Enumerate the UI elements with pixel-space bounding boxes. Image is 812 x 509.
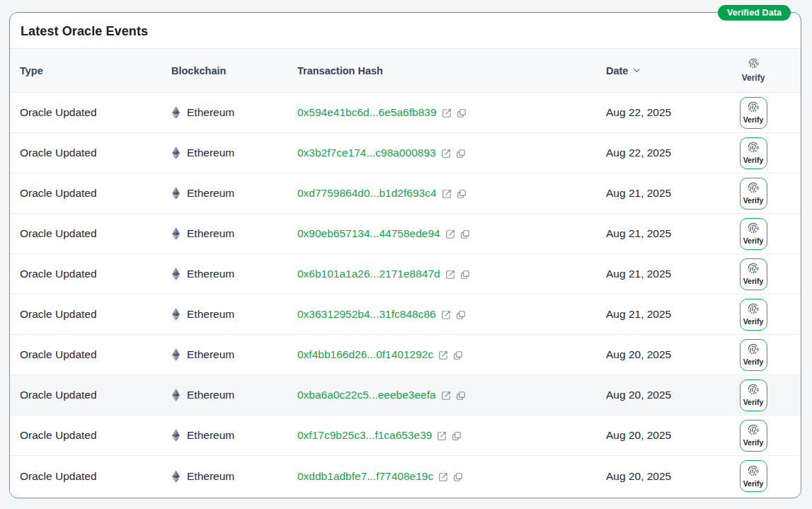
event-type-cell: Oracle Updated [20,147,171,159]
fingerprint-icon [748,263,759,276]
blockchain-label: Ethereum [187,470,234,483]
date-cell: Aug 22, 2025 [606,147,706,159]
transaction-hash-link[interactable]: 0xf17c9b25c3...f1ca653e39 [297,429,432,442]
date-cell: Aug 21, 2025 [606,268,706,280]
blockchain-label: Ethereum [187,348,234,361]
external-link-icon[interactable] [441,147,451,159]
transaction-hash-cell: 0x90eb657134...44758ede94 [297,227,606,240]
event-type-cell: Oracle Updated [20,429,171,442]
external-link-icon[interactable] [445,228,455,239]
external-link-icon[interactable] [438,349,448,360]
blockchain-label: Ethereum [187,187,234,200]
blockchain-cell: Ethereum [171,389,297,401]
verify-button[interactable]: Verify [740,178,767,210]
external-link-icon[interactable] [445,268,455,280]
verify-cell: Verify [706,137,801,169]
external-link-icon[interactable] [437,430,447,441]
transaction-hash-cell: 0x6b101a1a26...2171e8847d [297,268,606,280]
transaction-hash-link[interactable]: 0x36312952b4...31fc848c86 [297,308,436,321]
transaction-hash-cell: 0x36312952b4...31fc848c86 [297,308,606,321]
copy-icon[interactable] [453,471,463,482]
event-type-cell: Oracle Updated [20,308,171,321]
external-link-icon[interactable] [442,107,452,118]
ethereum-icon [171,308,181,321]
page-title: Latest Oracle Events [21,24,148,39]
blockchain-cell: Ethereum [171,227,297,240]
event-type-cell: Oracle Updated [20,106,171,119]
column-header-blockchain: Blockchain [171,65,297,76]
verify-button-label: Verify [743,318,764,326]
copy-icon[interactable] [456,309,466,320]
ethereum-icon [171,106,181,119]
copy-icon[interactable] [460,268,470,280]
transaction-hash-link[interactable]: 0x594e41bc6d...6e5a6fb839 [297,106,437,119]
copy-icon[interactable] [453,349,463,360]
transaction-hash-link[interactable]: 0xf4bb166d26...0f1401292c [297,348,433,361]
blockchain-cell: Ethereum [171,348,297,361]
verify-button[interactable]: Verify [740,137,767,169]
blockchain-cell: Ethereum [171,106,297,119]
external-link-icon[interactable] [442,188,452,199]
transaction-hash-link[interactable]: 0xddb1adbfe7...f77408e19c [297,470,433,483]
transaction-hash-cell: 0xddb1adbfe7...f77408e19c [297,470,606,483]
transaction-hash-link[interactable]: 0xba6a0c22c5...eeebe3eefa [297,389,436,401]
transaction-hash-cell: 0xf17c9b25c3...f1ca653e39 [297,429,606,442]
transaction-hash-cell: 0xd7759864d0...b1d2f693c4 [297,187,606,200]
verify-button[interactable]: Verify [740,299,767,331]
copy-icon[interactable] [457,107,467,118]
external-link-icon[interactable] [441,389,451,401]
date-cell: Aug 21, 2025 [606,227,706,240]
ethereum-icon [171,389,181,401]
verify-cell: Verify [706,460,801,492]
event-type-cell: Oracle Updated [20,348,171,361]
copy-icon[interactable] [457,188,467,199]
column-header-transaction-hash: Transaction Hash [297,65,606,76]
copy-icon[interactable] [456,389,466,401]
verify-button[interactable]: Verify [740,460,767,492]
date-cell: Aug 20, 2025 [606,389,706,401]
verify-cell: Verify [706,299,801,331]
column-header-date-label: Date [606,65,628,76]
verify-button[interactable]: Verify [740,218,767,250]
oracle-events-card: Latest Oracle Events Type Blockchain Tra… [9,12,801,498]
transaction-hash-link[interactable]: 0xd7759864d0...b1d2f693c4 [297,187,437,200]
copy-icon[interactable] [456,147,466,159]
blockchain-label: Ethereum [187,389,234,401]
transaction-hash-cell: 0xba6a0c22c5...eeebe3eefa [297,389,606,401]
column-header-type: Type [20,65,171,76]
ethereum-icon [171,470,181,483]
verify-button[interactable]: Verify [740,339,767,371]
event-type-cell: Oracle Updated [20,268,171,280]
verify-cell: Verify [706,420,801,452]
verify-button[interactable]: Verify [740,379,767,411]
verify-button-label: Verify [743,439,764,447]
copy-icon[interactable] [452,430,462,441]
fingerprint-icon [748,222,759,236]
verify-button[interactable]: Verify [740,258,767,290]
column-header-verify-label: Verify [742,73,765,83]
transaction-hash-link[interactable]: 0x90eb657134...44758ede94 [297,227,440,240]
fingerprint-icon [748,424,759,437]
external-link-icon[interactable] [441,309,451,320]
external-link-icon[interactable] [438,471,448,482]
column-header-date[interactable]: Date [606,64,706,78]
verify-cell: Verify [706,258,801,290]
transaction-hash-link[interactable]: 0x3b2f7ce174...c98a000893 [297,147,436,159]
verify-cell: Verify [706,379,801,411]
ethereum-icon [171,147,181,159]
fingerprint-icon [748,182,759,195]
date-cell: Aug 20, 2025 [606,348,706,361]
verify-button[interactable]: Verify [740,420,767,452]
column-header-verify: Verify [706,58,801,83]
table-row: Oracle Updated Ethereum 0xd7759864d0...b… [10,173,801,214]
transaction-hash-link[interactable]: 0x6b101a1a26...2171e8847d [297,268,440,280]
verify-button[interactable]: Verify [740,97,767,129]
event-type-cell: Oracle Updated [20,389,171,401]
blockchain-label: Ethereum [187,429,234,442]
blockchain-cell: Ethereum [171,308,297,321]
blockchain-cell: Ethereum [171,429,297,442]
verify-cell: Verify [706,218,801,250]
table-row: Oracle Updated Ethereum 0x6b101a1a26...2… [10,254,801,294]
copy-icon[interactable] [460,228,470,239]
table-row: Oracle Updated Ethereum 0xf4bb166d26...0… [10,335,801,375]
